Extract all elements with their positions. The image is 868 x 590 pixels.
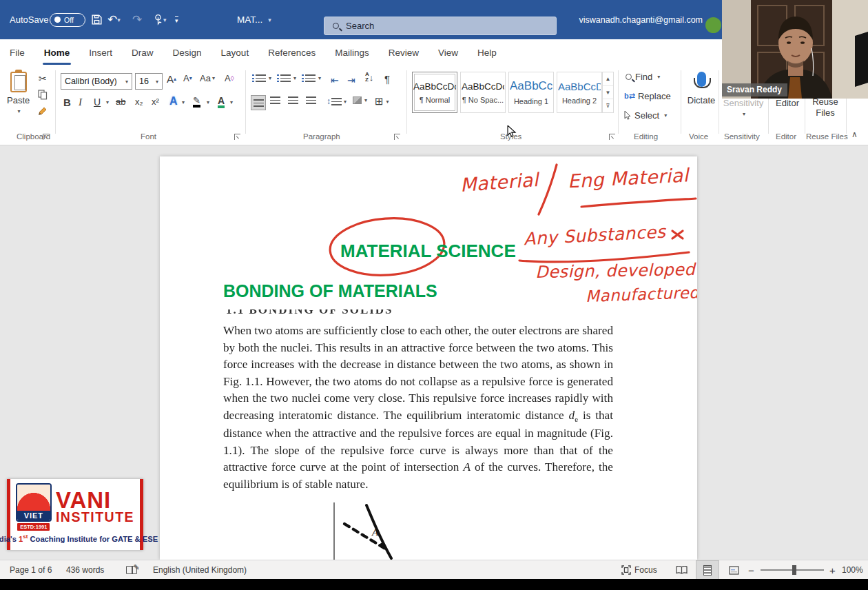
estd-label: ESTD:1991 [17,523,50,531]
customize-toolbar-button[interactable]: ▾ [175,0,178,39]
styles-scroll-down-icon[interactable]: ▼ [603,86,613,100]
print-layout-button[interactable] [696,560,719,580]
multilevel-list-button[interactable]: ▾ [302,74,321,82]
replace-button[interactable]: b⇄ Replace [624,91,671,101]
align-center-button[interactable] [270,96,280,104]
highlight-button[interactable]: ✎ [193,95,200,105]
search-placeholder: Search [346,21,374,31]
font-color-button[interactable]: A [218,95,225,106]
bullets-button[interactable]: ▾ [252,74,271,82]
account-email[interactable]: viswanadh.chaganti@gmail.com [582,0,703,39]
font-name-select[interactable]: Calibri (Body)▾ [61,73,132,90]
ribbon-tab-layout[interactable]: Layout [211,39,259,66]
zoom-thumb[interactable] [792,565,796,575]
find-button[interactable]: Find▾ [626,72,660,82]
web-layout-button[interactable] [722,560,745,580]
align-left-button[interactable] [251,95,266,110]
format-painter-button[interactable] [38,106,48,116]
proofing-status-button[interactable]: ✎ [124,560,142,580]
ribbon-tab-file[interactable]: File [0,39,34,66]
redo-button[interactable]: ↷ [132,0,142,39]
webcam-overlay[interactable]: Sravan Reddy [722,0,868,99]
ribbon-tab-design[interactable]: Design [163,39,211,66]
style-normal[interactable]: AaBbCcDc ¶ Normal [412,72,457,113]
highlight-chevron-icon[interactable]: ▾ [207,99,209,105]
show-paragraph-marks-button[interactable]: ¶ [384,73,390,85]
font-dialog-launcher[interactable] [234,134,240,140]
print-layout-icon [703,565,712,576]
font-color-chevron-icon[interactable]: ▾ [230,99,233,105]
language-status[interactable]: English (United Kingdom) [153,560,247,580]
numbering-button[interactable]: ▾ [277,74,296,82]
clipboard-dialog-launcher[interactable] [43,134,49,140]
styles-dialog-launcher[interactable] [609,134,615,140]
paste-button[interactable]: Paste ▾ [7,72,30,114]
styles-gallery-scroll[interactable]: ▲ ▼ ⊽ [602,72,614,113]
autosave-toggle[interactable]: Off [50,0,85,39]
styles-scroll-up-icon[interactable]: ▲ [603,72,613,86]
style-heading2[interactable]: AaBbCcD Heading 2 [557,72,602,113]
ribbon-tab-help[interactable]: Help [468,39,506,66]
touch-mode-button[interactable]: ▾ [153,0,167,39]
justify-button[interactable] [306,96,316,104]
strikethrough-button[interactable]: ab [116,96,125,107]
decrease-indent-button[interactable]: ⇤ [331,74,339,85]
focus-icon [621,565,631,575]
zoom-out-button[interactable]: − [748,560,754,580]
ribbon-tab-view[interactable]: View [428,39,468,66]
collapse-ribbon-button[interactable]: ∧ [851,130,858,139]
select-button[interactable]: Select▾ [624,110,667,121]
sort-button[interactable]: AZ↓ [365,72,373,83]
change-case-button[interactable]: Aa▾ [200,73,215,83]
shading-icon [353,96,362,104]
search-input[interactable]: Search [324,17,557,35]
zoom-slider[interactable] [761,560,824,580]
word-count[interactable]: 436 words [66,560,104,580]
ribbon-tab-references[interactable]: References [258,39,325,66]
subscript-button[interactable]: x₂ [135,96,143,107]
editor-button[interactable]: Editor [773,98,802,108]
zoom-in-button[interactable]: + [829,560,836,580]
bold-button[interactable]: B [63,96,71,108]
account-avatar[interactable] [705,17,721,33]
ribbon-tab-review[interactable]: Review [379,39,428,66]
superscript-button[interactable]: x² [152,96,159,107]
style-heading1[interactable]: AaBbCc Heading 1 [508,72,554,113]
increase-indent-button[interactable]: ⇥ [347,74,355,85]
document-page[interactable]: Material Eng Material Any Substances Des… [160,156,697,560]
style-no-spacing[interactable]: AaBbCcDc ¶ No Spac... [460,72,506,113]
ribbon-tab-mailings[interactable]: Mailings [325,39,379,66]
underline-button[interactable]: U [94,96,101,108]
sensitivity-button[interactable]: Sensitivity ▾ [722,98,765,117]
shrink-font-button[interactable]: A▾ [183,73,192,83]
paragraph-dialog-launcher[interactable] [394,134,400,140]
read-mode-button[interactable] [670,560,693,580]
grow-font-button[interactable]: A▴ [167,73,176,85]
page-indicator[interactable]: Page 1 of 6 [10,560,52,580]
text-effects-chevron-icon[interactable]: ▾ [182,99,185,105]
ribbon-tab-home[interactable]: Home [34,39,80,66]
zoom-level[interactable]: 100% [842,560,863,580]
text-effects-button[interactable]: A [169,95,178,108]
align-right-button[interactable] [288,96,298,104]
reuse-files-button[interactable]: Reuse Files [807,96,843,118]
cut-button[interactable]: ✂ [39,73,47,84]
mouse-cursor-icon [507,125,517,138]
borders-button[interactable]: ⊞▾ [375,95,389,108]
italic-button[interactable]: I [79,96,82,108]
underline-chevron-icon[interactable]: ▾ [106,99,109,105]
focus-mode-button[interactable]: Focus [621,560,657,580]
save-button[interactable] [91,0,103,39]
clear-formatting-button[interactable]: A◊ [225,73,234,83]
shading-button[interactable]: ▾ [353,96,367,104]
line-spacing-button[interactable]: ↕▾ [327,96,347,106]
ribbon-tab-insert[interactable]: Insert [79,39,122,66]
undo-button[interactable]: ↶▾ [107,0,121,39]
styles-gallery-more-icon[interactable]: ⊽ [603,99,613,112]
viet-label: VIET [17,511,50,520]
font-size-select[interactable]: 16▾ [135,73,163,90]
document-title[interactable]: MAT...▾ [237,0,271,39]
copy-button[interactable] [38,90,48,100]
ribbon-tab-draw[interactable]: Draw [122,39,163,66]
dictate-button[interactable]: Dictate [685,72,717,105]
